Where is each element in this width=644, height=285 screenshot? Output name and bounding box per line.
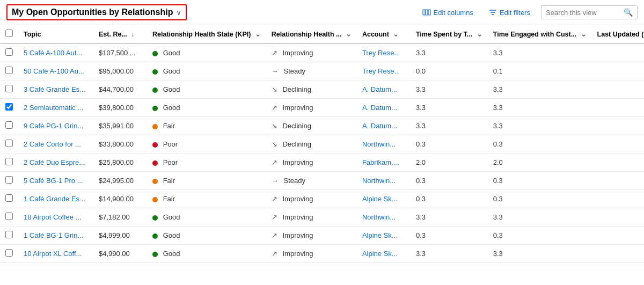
row-checkbox[interactable] — [5, 213, 13, 220]
account-link[interactable]: Trey Rese... — [362, 49, 400, 57]
search-input[interactable] — [546, 9, 620, 17]
row-checkbox[interactable] — [5, 231, 13, 238]
account-sort-icon: ⌄ — [393, 30, 399, 38]
row-account: Northwin... — [357, 172, 411, 190]
row-topic: 2 Café Corto for ... — [18, 135, 93, 154]
topic-link[interactable]: 2 Café Corto for ... — [24, 140, 81, 148]
row-checkbox[interactable] — [5, 176, 13, 184]
row-checkbox[interactable] — [5, 48, 13, 56]
row-rh-state: Poor — [147, 154, 266, 172]
row-checkbox[interactable] — [5, 194, 13, 202]
select-all-checkbox[interactable] — [5, 30, 13, 37]
account-link[interactable]: Northwin... — [362, 177, 396, 185]
rh-label: Declining — [282, 85, 311, 93]
row-topic: 5 Café BG-1 Pro ... — [18, 172, 93, 190]
topic-link[interactable]: 18 Airpot Coffee ... — [24, 213, 81, 221]
row-time-spent: 3.3 — [411, 117, 488, 135]
row-checkbox[interactable] — [5, 121, 13, 129]
header-rh[interactable]: Relationship Health ... ⌄ — [266, 25, 357, 43]
rh-label: Improving — [282, 231, 313, 239]
row-last-updated — [592, 208, 644, 226]
row-last-updated — [592, 43, 644, 62]
account-link[interactable]: Northwin... — [362, 140, 396, 148]
header-time-engaged[interactable]: Time Engaged with Cust... ⌄ — [488, 25, 592, 43]
topic-link[interactable]: 2 Café Duo Espre... — [24, 158, 85, 166]
row-checkbox-cell[interactable] — [0, 135, 18, 154]
account-link[interactable]: Alpine Sk... — [362, 195, 398, 203]
row-checkbox[interactable] — [5, 85, 13, 92]
rh-state-dot — [152, 51, 158, 56]
rh-sort-icon: ⌄ — [346, 30, 352, 38]
row-checkbox-cell[interactable] — [0, 154, 18, 172]
account-link[interactable]: A. Datum... — [362, 122, 397, 130]
title-chevron-icon[interactable]: ∨ — [176, 8, 181, 17]
row-rh-state: Good — [147, 245, 266, 263]
topic-link[interactable]: 5 Café A-100 Aut... — [24, 49, 82, 57]
topic-link[interactable]: 2 Semiautomatic ... — [24, 104, 83, 112]
header-check[interactable] — [0, 25, 18, 43]
row-topic: 50 Café A-100 Au... — [18, 62, 93, 81]
row-time-spent: 3.3 — [411, 43, 488, 62]
row-last-updated — [592, 245, 644, 263]
est-revenue-sort-icon: ↓ — [131, 31, 134, 38]
row-checkbox[interactable] — [5, 140, 13, 147]
time-spent-sort-icon: ⌄ — [477, 30, 482, 38]
topic-link[interactable]: 3 Café Grande Es... — [24, 85, 85, 93]
header-rh-state[interactable]: Relationship Health State (KPI) ⌄ — [147, 25, 266, 43]
topic-link[interactable]: 1 Café Grande Es... — [24, 195, 85, 203]
columns-icon — [422, 8, 431, 17]
row-checkbox-cell[interactable] — [0, 99, 18, 117]
account-link[interactable]: Northwin... — [362, 213, 396, 221]
row-checkbox-cell[interactable] — [0, 172, 18, 190]
edit-columns-button[interactable]: Edit columns — [418, 6, 478, 19]
row-checkbox[interactable] — [5, 103, 13, 111]
row-checkbox[interactable] — [5, 67, 13, 74]
row-account: Northwin... — [357, 135, 411, 154]
edit-filters-button[interactable]: Edit filters — [484, 6, 535, 19]
row-checkbox-cell[interactable] — [0, 117, 18, 135]
row-checkbox[interactable] — [5, 249, 13, 257]
row-time-engaged: 3.3 — [488, 43, 592, 62]
topic-link[interactable]: 5 Café BG-1 Pro ... — [24, 177, 83, 185]
account-link[interactable]: Alpine Sk... — [362, 250, 398, 258]
row-checkbox-cell[interactable] — [0, 81, 18, 99]
rh-state-label: Good — [163, 213, 180, 221]
row-checkbox[interactable] — [5, 158, 13, 165]
topic-link[interactable]: 10 Airpot XL Coff... — [24, 250, 82, 258]
row-rh: ↘ Declining — [266, 81, 357, 99]
header-last-updated[interactable]: Last Updated (KPI) ⌄ — [592, 25, 644, 43]
header-account[interactable]: Account ⌄ — [357, 25, 411, 43]
row-checkbox-cell[interactable] — [0, 226, 18, 245]
account-link[interactable]: Trey Rese... — [362, 67, 400, 75]
header-est-revenue[interactable]: Est. Re... ↓ — [93, 25, 147, 43]
svg-rect-2 — [428, 10, 430, 15]
row-last-updated — [592, 117, 644, 135]
rh-label: Steady — [283, 67, 305, 75]
account-link[interactable]: A. Datum... — [362, 85, 397, 93]
row-checkbox-cell[interactable] — [0, 208, 18, 226]
rh-state-dot — [152, 233, 158, 239]
row-checkbox-cell[interactable] — [0, 190, 18, 208]
row-rh: ↘ Declining — [266, 135, 357, 154]
row-topic: 10 Airpot XL Coff... — [18, 245, 93, 263]
account-link[interactable]: Fabrikam,... — [362, 158, 399, 166]
account-link[interactable]: A. Datum... — [362, 104, 397, 112]
page-title: My Open Opportunities by Relationship — [12, 8, 173, 17]
row-last-updated — [592, 172, 644, 190]
topic-link[interactable]: 50 Café A-100 Au... — [24, 67, 84, 75]
row-checkbox-cell[interactable] — [0, 245, 18, 263]
header-topic[interactable]: Topic — [18, 25, 93, 43]
row-est-revenue: $95,000.00 — [93, 62, 147, 81]
row-last-updated — [592, 226, 644, 245]
topic-link[interactable]: 1 Café BG-1 Grin... — [24, 231, 83, 239]
row-last-updated — [592, 135, 644, 154]
account-link[interactable]: Alpine Sk... — [362, 231, 398, 239]
row-checkbox-cell[interactable] — [0, 62, 18, 81]
row-est-revenue: $4,990.00 — [93, 245, 147, 263]
row-checkbox-cell[interactable] — [0, 43, 18, 62]
row-topic: 18 Airpot Coffee ... — [18, 208, 93, 226]
header-time-spent[interactable]: Time Spent by T... ⌄ — [411, 25, 488, 43]
row-time-spent: 2.0 — [411, 154, 488, 172]
row-time-engaged: 3.3 — [488, 99, 592, 117]
topic-link[interactable]: 9 Café PG-1 Grin... — [24, 122, 83, 130]
